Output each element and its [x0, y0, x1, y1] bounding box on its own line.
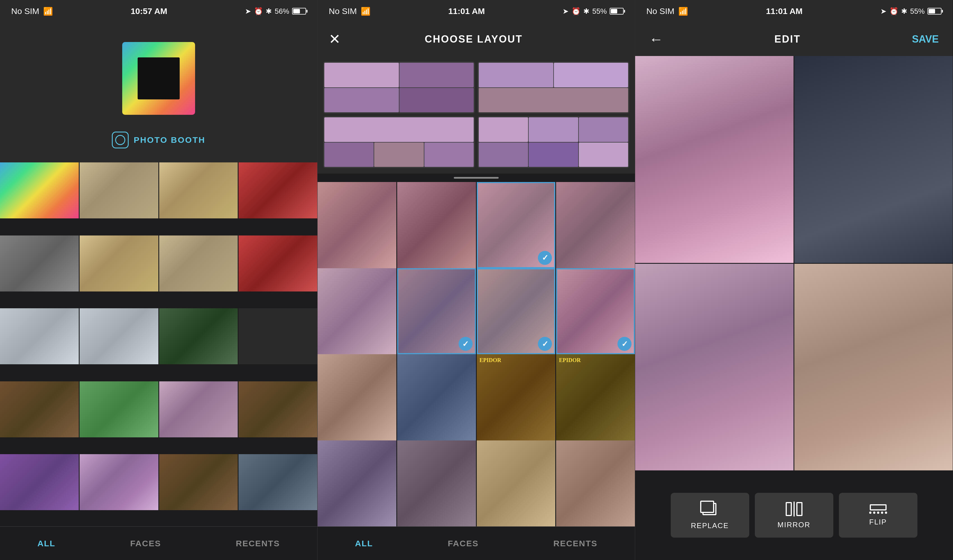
- time-3: 11:01 AM: [766, 6, 803, 16]
- photo-cell[interactable]: [159, 162, 238, 218]
- bluetooth-icon-1: ✱: [266, 7, 272, 15]
- tab-recents-1[interactable]: RECENTS: [225, 533, 291, 554]
- select-cell[interactable]: [318, 441, 396, 527]
- edit-cell-tl[interactable]: [635, 56, 793, 263]
- layout-option-4[interactable]: [478, 116, 629, 168]
- alarm-icon-2: ⏰: [571, 7, 580, 15]
- edit-cell-bl[interactable]: [635, 264, 793, 471]
- photo-cell[interactable]: [239, 308, 317, 364]
- edit-cell-tr[interactable]: [794, 56, 953, 263]
- flip-button[interactable]: FLIP: [839, 493, 917, 538]
- alarm-icon-3: ⏰: [889, 7, 898, 15]
- photo-cell[interactable]: [239, 162, 317, 218]
- photo-cell[interactable]: [159, 235, 238, 291]
- battery-icon-3: [928, 8, 942, 15]
- nav-bar-2: ✕ CHOOSE LAYOUT: [318, 22, 635, 56]
- bottom-tabs-2: ALL FACES RECENTS: [318, 526, 635, 560]
- photobooth-button[interactable]: PHOTO BOOTH: [112, 131, 205, 149]
- photo-cell[interactable]: [79, 235, 158, 291]
- select-cell[interactable]: EPIDOR: [556, 354, 635, 441]
- scroll-bar: [454, 177, 499, 179]
- page-title-2: CHOOSE LAYOUT: [425, 33, 523, 45]
- photo-cell[interactable]: [0, 454, 79, 510]
- edit-cell-br[interactable]: [794, 264, 953, 471]
- wifi-icon-1: 📶: [43, 7, 53, 16]
- edit-photo-grid: [635, 56, 953, 470]
- scroll-indicator: [318, 173, 635, 182]
- photo-cell[interactable]: [239, 381, 317, 437]
- select-cell[interactable]: [397, 182, 476, 268]
- select-cell[interactable]: [397, 441, 476, 527]
- photo-cell[interactable]: [159, 454, 238, 510]
- status-bar-1: No SIM 📶 10:57 AM ➤ ⏰ ✱ 56%: [0, 0, 317, 22]
- checkmark-badge: ✓: [459, 337, 473, 351]
- layout-option-2[interactable]: [478, 62, 629, 113]
- replace-label: REPLACE: [691, 521, 729, 530]
- location-icon-1: ➤: [245, 7, 251, 15]
- replace-icon: [700, 501, 720, 517]
- battery-label-3: 55%: [910, 7, 925, 15]
- select-cell[interactable]: [318, 268, 396, 354]
- battery-icon-2: [610, 8, 624, 15]
- time-2: 11:01 AM: [448, 6, 485, 16]
- photo-cell[interactable]: [0, 162, 79, 218]
- select-cell[interactable]: [556, 182, 635, 268]
- app-header-1: PHOTO BOOTH: [0, 22, 317, 162]
- photo-cell[interactable]: [79, 162, 158, 218]
- photo-cell[interactable]: [239, 454, 317, 510]
- camera-circle: [115, 135, 125, 145]
- select-cell-selected[interactable]: ✓: [477, 182, 556, 268]
- flip-label: FLIP: [869, 518, 887, 526]
- panel-2: No SIM 📶 11:01 AM ➤ ⏰ ✱ 55% ✕ CHOOSE LAY…: [318, 0, 635, 560]
- no-sim-label-1: No SIM: [11, 6, 39, 16]
- tab-faces-2[interactable]: FACES: [436, 533, 490, 554]
- checkmark-badge: ✓: [618, 337, 632, 351]
- close-button-2[interactable]: ✕: [329, 31, 341, 47]
- select-cell[interactable]: [318, 182, 396, 268]
- tab-all-1[interactable]: ALL: [26, 533, 67, 554]
- photo-cell[interactable]: [239, 235, 317, 291]
- photobooth-label: PHOTO BOOTH: [134, 135, 205, 145]
- back-button-3[interactable]: ←: [649, 31, 663, 47]
- select-cell[interactable]: EPIDOR: [477, 354, 556, 441]
- photo-cell[interactable]: [0, 381, 79, 437]
- tab-all-2[interactable]: ALL: [344, 533, 384, 554]
- checkmark-badge: ✓: [538, 337, 552, 351]
- battery-label-2: 55%: [592, 7, 607, 15]
- svg-rect-1: [138, 57, 180, 99]
- photo-cell[interactable]: [0, 308, 79, 364]
- wifi-icon-2: 📶: [361, 7, 371, 16]
- bottom-tabs-1: ALL FACES RECENTS: [0, 526, 317, 560]
- select-cell-selected[interactable]: ✓: [397, 268, 476, 354]
- status-bar-3: No SIM 📶 11:01 AM ➤ ⏰ ✱ 55%: [635, 0, 953, 22]
- save-button-3[interactable]: SAVE: [912, 33, 939, 45]
- layout-chooser: [318, 56, 635, 173]
- photo-cell[interactable]: [0, 235, 79, 291]
- tab-faces-1[interactable]: FACES: [119, 533, 172, 554]
- location-icon-2: ➤: [563, 7, 569, 15]
- select-cell-selected[interactable]: ✓: [556, 268, 635, 354]
- photo-cell[interactable]: [79, 381, 158, 437]
- time-1: 10:57 AM: [130, 6, 167, 16]
- status-bar-2: No SIM 📶 11:01 AM ➤ ⏰ ✱ 55%: [318, 0, 635, 22]
- select-cell[interactable]: [477, 441, 556, 527]
- select-cell[interactable]: [397, 354, 476, 441]
- page-title-3: EDIT: [775, 33, 801, 45]
- photo-cell[interactable]: [159, 308, 238, 364]
- tab-recents-2[interactable]: RECENTS: [542, 533, 608, 554]
- photo-cell[interactable]: [79, 308, 158, 364]
- layout-option-1[interactable]: [323, 62, 475, 113]
- battery-label-1: 56%: [275, 7, 289, 15]
- layout-logo: [116, 36, 201, 121]
- photo-cell[interactable]: [79, 454, 158, 510]
- select-cell[interactable]: [318, 354, 396, 441]
- select-cell[interactable]: [556, 441, 635, 527]
- alarm-icon-1: ⏰: [254, 7, 263, 15]
- mirror-button[interactable]: MIRROR: [755, 493, 833, 538]
- layout-option-3[interactable]: [323, 116, 475, 168]
- checkmark-badge: ✓: [538, 251, 552, 265]
- select-cell-selected[interactable]: ✓: [477, 268, 556, 354]
- replace-button[interactable]: REPLACE: [671, 493, 749, 538]
- photo-grid-1: [0, 162, 317, 526]
- photo-cell[interactable]: [159, 381, 238, 437]
